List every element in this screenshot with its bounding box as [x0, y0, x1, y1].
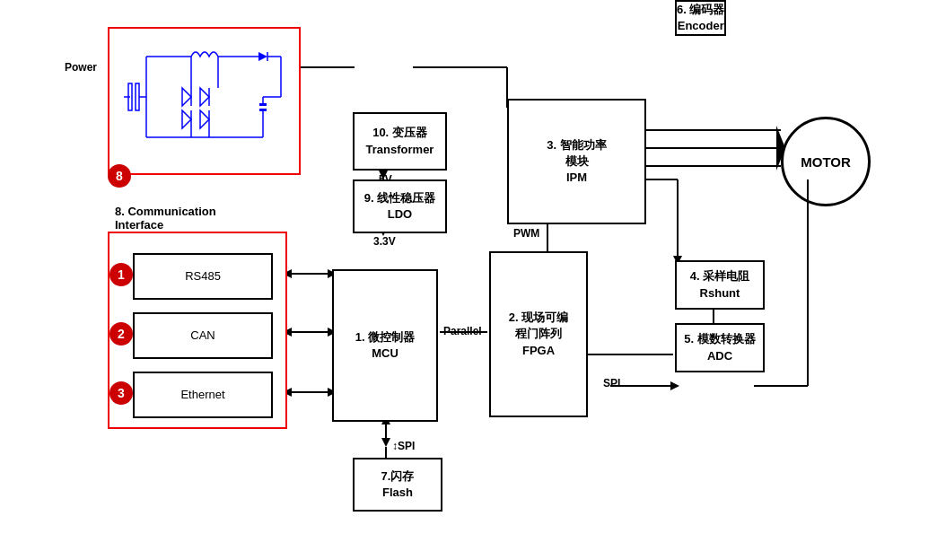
adc-english: ADC [707, 348, 732, 364]
ipm-english: IPM [566, 170, 587, 186]
svg-marker-65 [200, 110, 209, 128]
transformer-english: Transformer [366, 142, 434, 158]
fpga-english: FPGA [522, 343, 555, 359]
ipm-block: 3. 智能功率模块 IPM [507, 99, 646, 224]
ldo-block: 9. 线性稳压器 LDO [353, 179, 447, 233]
badge-1: 1 [109, 263, 133, 286]
motor-block: MOTOR [781, 117, 871, 206]
rs485-label: RS485 [185, 268, 221, 284]
badge-2: 2 [109, 322, 133, 346]
transformer-block: 10. 变压器 Transformer [353, 112, 447, 171]
rshunt-english: Rshunt [700, 285, 740, 302]
svg-marker-63 [182, 110, 191, 128]
can-label: CAN [190, 328, 215, 344]
ldo-chinese: 9. 线性稳压器 [364, 190, 435, 206]
fpga-block: 2. 现场可编程门阵列 FPGA [489, 251, 588, 417]
flash-english: Flash [382, 485, 413, 501]
power-circuit-box [108, 27, 301, 175]
ipm-chinese: 3. 智能功率模块 [547, 137, 606, 170]
v3-3-label: 3.3V [373, 235, 396, 248]
ldo-english: LDO [388, 206, 412, 223]
flash-block: 7.闪存 Flash [353, 458, 442, 512]
badge-3: 3 [109, 381, 133, 405]
rs485-block: RS485 [133, 253, 273, 300]
rshunt-chinese: 4. 采样电阻 [690, 268, 749, 284]
adc-block: 5. 模数转换器 ADC [675, 323, 765, 372]
rshunt-block: 4. 采样电阻 Rshunt [675, 260, 765, 310]
spi-right-label: SPI [603, 377, 620, 389]
spi-bottom-label: ↕SPI [392, 440, 415, 452]
motor-label: MOTOR [801, 154, 851, 170]
svg-marker-61 [200, 88, 209, 106]
fpga-chinese: 2. 现场可编程门阵列 [509, 310, 568, 342]
encoder-english: Encoder [678, 18, 724, 34]
svg-marker-47 [258, 52, 267, 61]
ethernet-label: Ethernet [180, 387, 224, 403]
parallel-label: Parallel [443, 325, 482, 337]
svg-marker-59 [182, 88, 191, 106]
flash-chinese: 7.闪存 [381, 468, 415, 485]
svg-marker-37 [381, 438, 390, 447]
diagram: Power [0, 0, 937, 560]
circuit-schematic [119, 39, 290, 164]
ethernet-block: Ethernet [133, 372, 273, 418]
encoder-block: 6. 编码器 Encoder [675, 0, 726, 36]
comm-interface-label: 8. CommunicationInterface [115, 205, 216, 232]
mcu-block: 1. 微控制器 MCU [332, 269, 438, 422]
mcu-chinese: 1. 微控制器 [355, 329, 415, 346]
svg-rect-53 [259, 103, 267, 106]
svg-rect-41 [136, 83, 139, 110]
mcu-english: MCU [372, 346, 398, 362]
power-label: Power [65, 61, 97, 74]
transformer-chinese: 10. 变压器 [372, 125, 427, 141]
adc-chinese: 5. 模数转换器 [684, 331, 755, 347]
badge-8: 8 [108, 164, 131, 188]
pwm-label: PWM [513, 227, 539, 240]
encoder-chinese: 6. 编码器 [677, 2, 724, 18]
can-block: CAN [133, 312, 273, 359]
svg-marker-33 [670, 381, 679, 390]
